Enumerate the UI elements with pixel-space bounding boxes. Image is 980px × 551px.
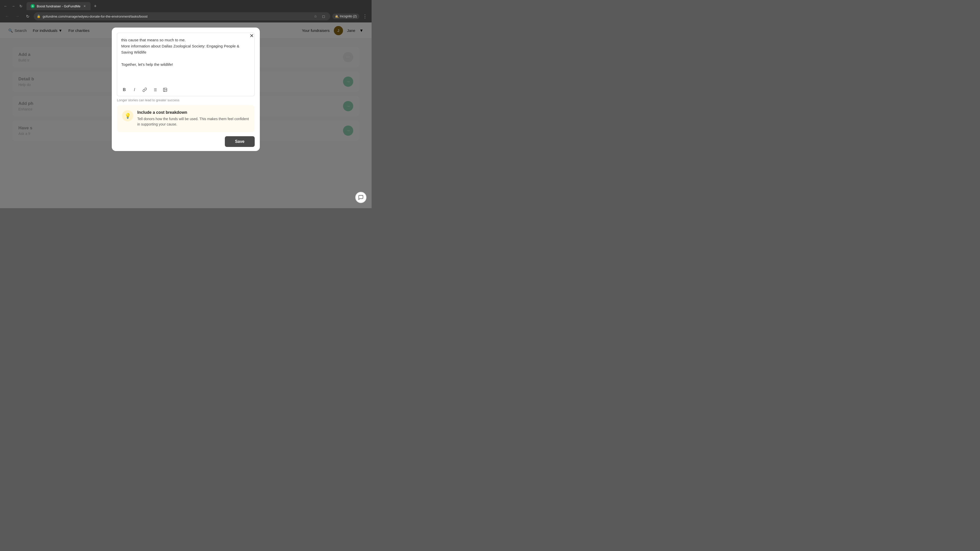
save-button[interactable]: Save <box>225 136 255 147</box>
link-button[interactable] <box>141 86 149 94</box>
editor-hint: Longer stories can lead to greater succe… <box>117 96 255 105</box>
cost-breakdown-section: 💡 Include a cost breakdown Tell donors h… <box>117 105 255 132</box>
help-button[interactable] <box>355 192 366 203</box>
reload-button[interactable]: ↻ <box>18 3 24 10</box>
extension-button[interactable]: ◻ <box>320 13 327 20</box>
modal-close-button[interactable]: ✕ <box>248 32 256 40</box>
page-content: 🔍 Search For individuals ▼ For charities… <box>0 22 372 208</box>
svg-point-7 <box>164 89 165 89</box>
tab-close-button[interactable]: ✕ <box>83 4 86 8</box>
browser-menu-button[interactable]: ⋮ <box>361 13 369 20</box>
cost-breakdown-desc: Tell donors how the funds will be used. … <box>137 116 250 127</box>
cost-breakdown-title: Include a cost breakdown <box>137 110 250 115</box>
editor-toolbar: B I <box>117 84 255 96</box>
active-tab[interactable]: G Boost fundraiser - GoFundMe ✕ <box>27 2 91 10</box>
lightbulb-icon: 💡 <box>122 110 133 121</box>
incognito-label: Incognito (2) <box>340 14 357 18</box>
address-bar[interactable]: 🔒 gofundme.com/manage/wdywu-donate-for-t… <box>34 12 330 21</box>
editor-line-3 <box>121 56 250 62</box>
modal-footer: Save <box>112 132 260 151</box>
editor-line-2: More information about Dallas Zoological… <box>121 43 250 56</box>
tab-bar: ← → ↻ G Boost fundraiser - GoFundMe ✕ + <box>0 0 372 10</box>
url-text: gofundme.com/manage/wdywu-donate-for-the… <box>43 14 310 18</box>
editor-area: this cause that means so much to me. Mor… <box>112 27 260 105</box>
nav-reload-button[interactable]: ↻ <box>24 12 32 21</box>
nav-forward-button[interactable]: → <box>13 12 21 21</box>
secure-icon: 🔒 <box>37 14 41 18</box>
tab-title: Boost fundraiser - GoFundMe <box>37 4 80 8</box>
italic-button[interactable]: I <box>130 86 138 94</box>
nav-back-button[interactable]: ← <box>3 12 11 21</box>
cost-breakdown-text: Include a cost breakdown Tell donors how… <box>137 110 250 127</box>
image-button[interactable] <box>161 86 169 94</box>
editor-line-4: Together, let's help the wildlife! <box>121 62 250 68</box>
story-editor[interactable]: this cause that means so much to me. Mor… <box>117 33 255 84</box>
incognito-icon: 🕵 <box>335 14 339 18</box>
address-bar-row: ← → ↻ 🔒 gofundme.com/manage/wdywu-donate… <box>0 10 372 22</box>
back-button[interactable]: ← <box>2 3 9 10</box>
browser-chrome: ← → ↻ G Boost fundraiser - GoFundMe ✕ + … <box>0 0 372 22</box>
forward-button[interactable]: → <box>10 3 17 10</box>
bookmark-button[interactable]: ☆ <box>312 13 319 20</box>
nav-controls: ← → ↻ <box>2 3 24 10</box>
editor-line-1: this cause that means so much to me. <box>121 37 250 43</box>
new-tab-button[interactable]: + <box>92 3 99 10</box>
bold-button[interactable]: B <box>120 86 128 94</box>
address-bar-actions: ☆ ◻ <box>312 13 327 20</box>
incognito-button[interactable]: 🕵 Incognito (2) <box>332 14 360 19</box>
list-button[interactable] <box>151 86 159 94</box>
modal-dialog: ✕ this cause that means so much to me. M… <box>112 27 260 151</box>
tab-favicon: G <box>30 4 35 8</box>
modal-overlay: ✕ this cause that means so much to me. M… <box>0 22 372 208</box>
